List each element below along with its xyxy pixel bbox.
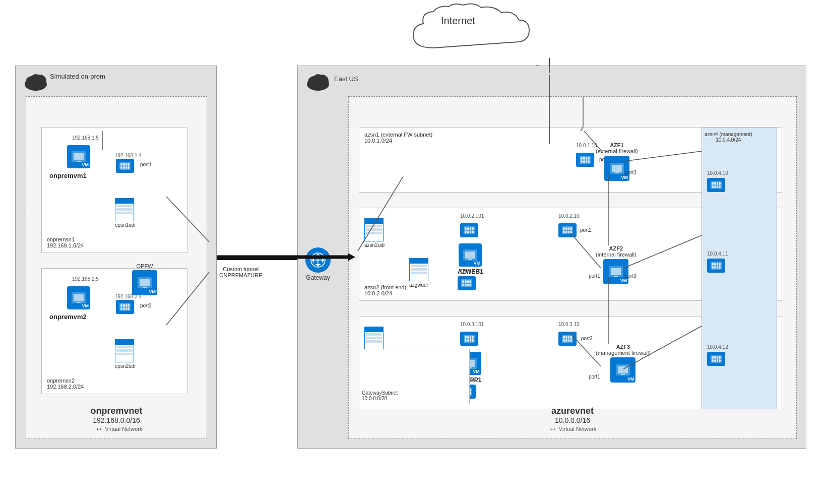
internet-label: Internet (441, 15, 475, 27)
azweb1-nic (460, 223, 478, 237)
onpremvm2 (67, 286, 90, 309)
gateway-label: Gateway (306, 274, 330, 281)
onpremvm1-ip-top: 192.168.1.5 (72, 135, 99, 141)
onpremvm2-ip-top: 192.168.2.5 (72, 276, 99, 282)
azf2-port3-label: port3 (625, 273, 637, 279)
azf3-port1-label: port1 (589, 374, 600, 380)
eastus-label: East US (334, 75, 358, 83)
azsn4-box: azsn4 (management) 10.0.4.0/24 10.0.4.10 (702, 127, 777, 409)
svg-marker-44 (312, 257, 314, 263)
azf2-nic-left (558, 223, 577, 237)
azapp1-nic-left-ip: 10.0.3.101 (460, 322, 484, 327)
azf3-nic-left-ip: 10.0.3.10 (558, 322, 580, 327)
onpremvnet-box: 192.168.1.5 onpremvm1 192.168.1.4 (26, 96, 207, 439)
internet-cloud: Internet (393, 3, 585, 61)
onpremvm2-port2-label: port2 (140, 303, 152, 308)
azf3-group: AZF3 (management firewall) (596, 344, 651, 383)
onpremsn1-label: onpremsn1 192.168.1.0/24 (47, 236, 84, 248)
gateway-icon-svg (310, 252, 326, 268)
svg-point-29 (313, 74, 323, 84)
azgwudr-label: azgwudr (409, 282, 428, 288)
azf1-nic-right-ip: 10.0.4.10 (707, 170, 728, 176)
azf1-nic-right (707, 178, 725, 192)
azsn4-label: azsn4 (management) 10.0.4.0/24 (705, 132, 752, 143)
onprem-region-label: Simulated on-prem (50, 72, 105, 81)
azweb1-bot-nic (458, 276, 476, 290)
opfw-group: OPFW (132, 263, 157, 295)
opsn1udr: opsn1udr (115, 198, 136, 228)
azf3-top-label: AZF3 (management firewall) (596, 344, 651, 356)
onpremvm1-nic-ip: 192.168.1.4 (115, 153, 142, 158)
opfw-label: OPFW (137, 263, 153, 269)
onpremsn1-box: 192.168.1.5 onpremvm1 192.168.1.4 (41, 127, 187, 253)
azf3-nic-right-ip: 10.0.4.12 (707, 344, 728, 350)
azf3-nic-right (707, 352, 725, 366)
gateway-group: Gateway (305, 247, 331, 281)
azf1-top-label: AZF1 (external firewall) (596, 142, 638, 154)
azf1-port3-label: port3 (625, 170, 637, 175)
azurevnet-label: azurevnet 10.0.0.0/16 ↔ Virtual Network (549, 406, 596, 433)
azf3-nic-left (558, 332, 577, 346)
svg-marker-46 (315, 264, 321, 266)
svg-point-25 (31, 74, 41, 84)
azf3-port2-label: port2 (581, 336, 593, 341)
eastus-region: East US azsn1 (external FW subnet) 10.0.… (297, 66, 806, 449)
tunnel-label: Custom tunnel ONPREMAZURE (219, 266, 263, 278)
azf2-nic-right-ip: 10.0.4.11 (707, 251, 728, 257)
azf1-nic-left (576, 153, 594, 167)
azurevnet-box: azsn1 (external FW subnet) 10.0.1.0/24 1… (348, 96, 797, 439)
svg-marker-43 (322, 257, 324, 263)
onprem-region: Simulated on-prem 192.168.1.5 onpremvm1 … (15, 66, 217, 449)
cloud-svg (393, 3, 585, 60)
onpremvm1-port1-label: port1 (140, 162, 152, 167)
opsn2udr-label: opsn2udr (115, 363, 136, 369)
opsn2udr: opsn2udr (115, 339, 136, 369)
azsn2-label: azsn2 (front end) 10.0.2.0/24 (364, 284, 406, 296)
onpremsn2-box: 192.168.2.5 onpremvm2 192.168.2.4 (41, 268, 187, 394)
azweb1-bot-ip: 10.0.2.11 (460, 269, 481, 274)
azsn2udr: azsn2udr (364, 218, 385, 248)
azf2-port1-label: port1 (589, 273, 600, 279)
onpremvm1-label: onpremvm1 (49, 172, 87, 179)
svg-marker-45 (315, 254, 321, 256)
onpremvm2-nic (116, 300, 134, 314)
onpremsn2-label: onpremsn2 192.168.2.0/24 (47, 377, 84, 390)
azapp1-nic (460, 332, 478, 346)
onpremvnet-label: onpremvnet 192.168.0.0/16 ↔ Virtual Netw… (90, 406, 142, 433)
azgwudr: azgwudr (409, 258, 428, 288)
eastus-cloud-icon (304, 70, 332, 91)
opsn1udr-label: opsn1udr (115, 222, 136, 228)
azf2-nic-right (707, 259, 725, 273)
onprem-cloud-icon (22, 70, 49, 91)
azweb1-nic-right-ip: 10.0.2.10 (558, 213, 580, 219)
gwsubnet-label: GatewaySubnet 10.0.0.0/28 (362, 390, 398, 401)
gwsubnet-box: GatewaySubnet 10.0.0.0/28 (359, 349, 470, 404)
azf2-port2-label: port2 (580, 227, 592, 233)
onpremvm2-label: onpremvm2 (49, 313, 87, 321)
azf2-top-label: AZF2 (internal firewall) (596, 245, 637, 258)
azweb1-nic-left-ip: 10.0.2.101 (460, 213, 484, 219)
onpremvm1-nic (116, 159, 134, 173)
azf1-nic-left-ip: 10.0.1.10 (576, 143, 597, 148)
onpremvm1 (67, 145, 90, 168)
azsn1-label: azsn1 (external FW subnet) 10.0.1.0/24 (364, 132, 432, 144)
diagram-container: Internet Public IP Simulated on-prem 192… (0, 0, 826, 504)
azsn2udr-label: azsn2udr (364, 242, 385, 248)
